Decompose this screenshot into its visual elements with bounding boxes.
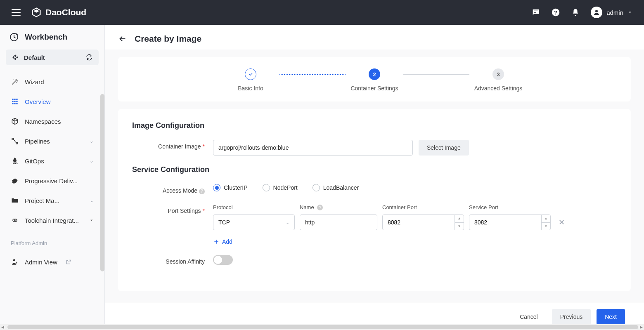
- add-label: Add: [222, 238, 232, 245]
- service-config-title: Service Configuration: [132, 165, 617, 174]
- menu-toggle-icon[interactable]: [12, 9, 21, 16]
- sidebar-item-label: Namespaces: [25, 118, 61, 125]
- radio-label: ClusterIP: [224, 184, 248, 191]
- step-container-settings[interactable]: 2 Container Settings: [346, 68, 403, 92]
- brand-logo[interactable]: DaoCloud: [31, 7, 86, 18]
- scroll-left-icon[interactable]: ◀: [0, 325, 6, 329]
- user-menu[interactable]: admin: [591, 7, 632, 18]
- help-badge-icon[interactable]: ?: [199, 189, 205, 194]
- nav-list-admin: Admin View: [0, 250, 104, 274]
- sidebar-item-wizard[interactable]: Wizard: [0, 72, 104, 92]
- svg-rect-7: [12, 101, 13, 102]
- chevron-down-icon: ⌄: [90, 158, 94, 164]
- stepper-card: Basic Info 2 Container Settings 3 Advanc…: [118, 57, 631, 101]
- help-badge-icon[interactable]: ?: [317, 205, 323, 210]
- sidebar-item-label: Project Ma...: [25, 197, 59, 204]
- radio-label: LoadBalancer: [323, 184, 359, 191]
- service-port-input[interactable]: [469, 214, 551, 230]
- topbar-left: DaoCloud: [12, 7, 86, 18]
- page-header: Create by Image: [105, 25, 644, 50]
- col-service-port: Service Port: [469, 204, 551, 210]
- main-content: Create by Image Basic Info 2 Container S…: [105, 25, 644, 330]
- sidebar-item-label: Pipelines: [25, 138, 50, 145]
- chevron-down-icon: ⌄: [90, 198, 94, 203]
- sidebar-item-admin-view[interactable]: Admin View: [0, 252, 104, 272]
- rocket-icon: [11, 157, 19, 165]
- scrollbar-thumb[interactable]: [7, 325, 638, 329]
- container-port-input[interactable]: [382, 214, 464, 230]
- svg-rect-4: [12, 99, 13, 100]
- container-image-input[interactable]: [213, 140, 413, 156]
- sidebar-item-label: Progressive Deliv...: [25, 177, 78, 184]
- radio-nodeport[interactable]: NodePort: [263, 184, 298, 191]
- sidebar-item-pipelines[interactable]: Pipelines ⌄: [0, 131, 104, 151]
- content-scroll[interactable]: Basic Info 2 Container Settings 3 Advanc…: [105, 50, 644, 303]
- cancel-button[interactable]: Cancel: [511, 309, 546, 325]
- sidebar-item-label: Wizard: [25, 78, 44, 85]
- sidebar-item-project[interactable]: Project Ma... ⌄: [0, 191, 104, 210]
- refresh-icon[interactable]: [85, 54, 93, 61]
- radio-label: NodePort: [273, 184, 298, 191]
- namespace-selector[interactable]: Default: [6, 50, 99, 65]
- back-arrow-icon[interactable]: [118, 34, 127, 43]
- logo-cube-icon: [31, 7, 42, 18]
- sidebar-item-progressive[interactable]: Progressive Deliv...: [0, 171, 104, 191]
- page-title: Create by Image: [135, 34, 201, 44]
- number-stepper[interactable]: ▲▼: [541, 215, 550, 230]
- access-mode-label: Access Mode?: [132, 184, 213, 194]
- svg-rect-11: [14, 103, 15, 104]
- previous-button[interactable]: Previous: [552, 309, 591, 325]
- delete-row-icon[interactable]: ✕: [556, 218, 567, 227]
- platform-admin-label: Platform Admin: [0, 233, 104, 250]
- svg-rect-8: [14, 101, 15, 102]
- infinity-icon: [11, 216, 19, 224]
- sidebar-item-namespaces[interactable]: Namespaces: [0, 111, 104, 131]
- sidebar-item-gitops[interactable]: GitOps ⌄: [0, 151, 104, 171]
- chevron-down-icon: [627, 10, 632, 15]
- sidebar-item-toolchain[interactable]: Toolchain Integrat...: [0, 210, 104, 230]
- triangle-down-icon: [90, 218, 94, 222]
- radio-clusterip[interactable]: ClusterIP: [213, 184, 248, 191]
- svg-point-14: [16, 142, 18, 144]
- folder-icon: [11, 196, 19, 205]
- step-label: Advanced Settings: [474, 85, 523, 92]
- user-name-label: admin: [606, 9, 623, 16]
- brand-name: DaoCloud: [45, 7, 86, 17]
- workbench-icon: [9, 32, 19, 42]
- protocol-select[interactable]: TCP⌄: [213, 214, 295, 230]
- sidebar-item-overview[interactable]: Overview: [0, 92, 104, 111]
- grid-icon: [11, 97, 19, 106]
- step-basic-info[interactable]: Basic Info: [222, 68, 279, 92]
- diamond-icon: [12, 54, 19, 61]
- svg-rect-6: [16, 99, 17, 100]
- port-name-input[interactable]: [300, 214, 377, 230]
- col-container-port: Container Port: [382, 204, 464, 210]
- number-stepper[interactable]: ▲▼: [455, 215, 464, 230]
- next-button[interactable]: Next: [597, 309, 625, 325]
- chevron-down-icon: ⌄: [90, 138, 94, 144]
- pipeline-icon: [11, 137, 19, 145]
- step-check-icon: [245, 68, 256, 80]
- step-label: Basic Info: [238, 85, 263, 92]
- col-name: Name ?: [300, 204, 377, 211]
- help-icon[interactable]: ?: [551, 8, 560, 17]
- stepper: Basic Info 2 Container Settings 3 Advanc…: [135, 68, 614, 92]
- svg-rect-9: [16, 101, 17, 102]
- horizontal-scrollbar[interactable]: ◀ ▶: [0, 324, 644, 330]
- session-affinity-row: Session Affinity: [132, 255, 617, 265]
- port-table: Protocol Name ? Container Port Service P…: [213, 204, 567, 231]
- session-affinity-toggle[interactable]: [213, 255, 233, 265]
- step-connector: [279, 74, 346, 75]
- session-affinity-label: Session Affinity: [132, 255, 213, 265]
- sidebar-item-label: Toolchain Integrat...: [25, 217, 79, 224]
- cube-icon: [11, 117, 19, 125]
- bell-icon[interactable]: [571, 8, 580, 17]
- add-port-button[interactable]: Add: [213, 238, 232, 245]
- messages-icon[interactable]: [531, 8, 540, 17]
- radio-loadbalancer[interactable]: LoadBalancer: [313, 184, 359, 191]
- sidebar-item-label: Overview: [25, 98, 51, 105]
- select-image-button[interactable]: Select Image: [419, 140, 469, 156]
- step-advanced-settings[interactable]: 3 Advanced Settings: [469, 68, 527, 92]
- scroll-right-icon[interactable]: ▶: [638, 325, 644, 329]
- port-settings-label: Port Settings*: [132, 204, 213, 214]
